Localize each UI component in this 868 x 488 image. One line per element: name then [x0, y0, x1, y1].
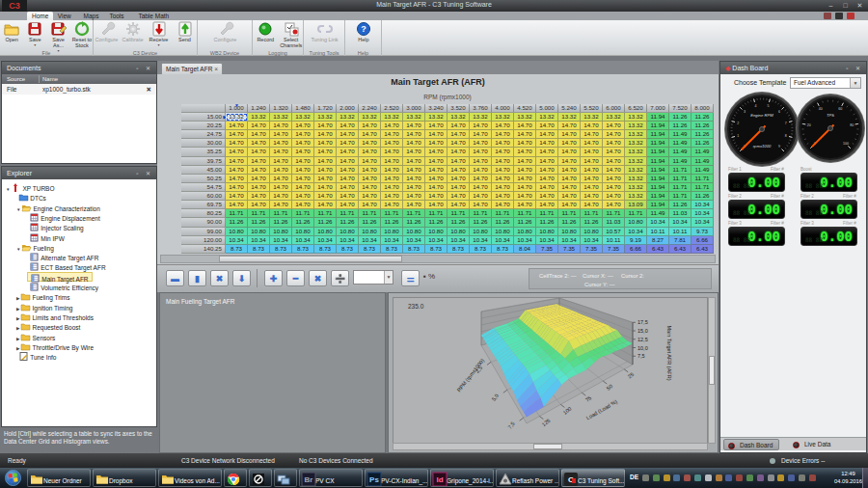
- toolbar-value-combo[interactable]: ▼: [353, 270, 393, 285]
- ribbon-tab-tools[interactable]: Tools: [104, 12, 128, 20]
- tray-icon[interactable]: [684, 474, 691, 481]
- tray-icon[interactable]: [725, 474, 732, 481]
- tree-item-xp-turbo[interactable]: ▼XP TURBO: [6, 182, 57, 192]
- table-cell[interactable]: 11.71: [359, 209, 381, 218]
- tray-icon[interactable]: [664, 474, 670, 481]
- table-cell[interactable]: 14.70: [514, 148, 536, 156]
- table-cell[interactable]: 11.71: [292, 209, 314, 218]
- table-cell[interactable]: 14.70: [536, 139, 558, 148]
- ribbon-tab-table-math[interactable]: Table Math: [133, 12, 174, 20]
- row-header[interactable]: 140.25: [181, 245, 226, 254]
- table-cell[interactable]: 11.71: [448, 209, 470, 218]
- table-cell[interactable]: 13.32: [536, 113, 558, 122]
- tree-item-tune-info[interactable]: Tune Info: [16, 351, 60, 361]
- minimize-button[interactable]: –: [825, 2, 837, 10]
- tree-item-alternate-target-afr[interactable]: Alternate Target AFR: [27, 252, 101, 261]
- table-cell[interactable]: 14.70: [470, 192, 492, 201]
- dashboard-tab-dash-board[interactable]: Dash Board: [723, 439, 779, 450]
- table-cell[interactable]: 14.70: [558, 175, 581, 183]
- table-cell[interactable]: 14.70: [470, 139, 492, 148]
- taskbar-item-network[interactable]: [274, 469, 297, 487]
- tray-icon[interactable]: [757, 474, 764, 481]
- ribbon-button-reset-to-stock[interactable]: Reset to Stock: [70, 21, 94, 49]
- table-cell[interactable]: 14.70: [226, 148, 248, 156]
- row-header[interactable]: 15.00▶: [181, 113, 226, 122]
- table-cell[interactable]: 11.26: [448, 218, 470, 227]
- tree-item-main-target-afr[interactable]: Main Target AFR: [27, 272, 93, 282]
- document-row[interactable]: Filexp1000_turbo.stk✕: [2, 84, 156, 95]
- table-cell[interactable]: 14.70: [603, 130, 625, 139]
- table-cell[interactable]: 14.70: [603, 122, 625, 130]
- table-cell[interactable]: 8.73: [381, 245, 403, 254]
- table-cell[interactable]: 10.34: [448, 236, 470, 245]
- table-cell[interactable]: 14.70: [248, 201, 270, 209]
- table-cell[interactable]: 11.71: [425, 209, 448, 218]
- table-cell[interactable]: 10.34: [536, 236, 558, 245]
- table-cell[interactable]: 14.70: [558, 192, 581, 201]
- table-cell[interactable]: 10.34: [337, 236, 359, 245]
- table-cell[interactable]: 8.73: [492, 245, 514, 254]
- table-cell[interactable]: 14.70: [403, 148, 425, 156]
- table-cell[interactable]: 14.70: [514, 201, 536, 209]
- table-cell[interactable]: 14.70: [425, 166, 448, 175]
- maximize-button[interactable]: □: [839, 2, 852, 10]
- table-cell[interactable]: 10.34: [425, 236, 448, 245]
- table-cell[interactable]: 8.73: [337, 245, 359, 254]
- toolbar-button-add[interactable]: ✚: [264, 270, 283, 286]
- scrollbar-thumb[interactable]: [219, 256, 402, 262]
- table-cell[interactable]: 11.71: [337, 209, 359, 218]
- table-cell[interactable]: 13.32: [448, 113, 470, 122]
- table-cell[interactable]: 11.03: [603, 218, 625, 227]
- table-cell[interactable]: 14.70: [603, 148, 625, 156]
- tray-icon[interactable]: [746, 474, 753, 481]
- table-cell[interactable]: 14.70: [381, 130, 403, 139]
- table-cell[interactable]: 14.70: [470, 166, 492, 175]
- table-cell[interactable]: 14.70: [359, 175, 381, 183]
- taskbar-item-pv-cx-indian-[interactable]: PsPV-CX-Indian_...: [365, 469, 428, 487]
- table-cell[interactable]: 14.70: [226, 175, 248, 183]
- table-cell[interactable]: 13.32: [425, 113, 448, 122]
- table-cell[interactable]: 14.70: [270, 148, 292, 156]
- combo-arrow-icon[interactable]: ▼: [384, 271, 393, 284]
- table-cell[interactable]: 11.94: [647, 175, 669, 183]
- toolbar-button-interp-horizontal[interactable]: ▬: [166, 270, 184, 286]
- table-cell[interactable]: 11.26: [692, 130, 714, 139]
- table-cell[interactable]: 14.70: [226, 130, 248, 139]
- table-cell[interactable]: 10.34: [403, 236, 425, 245]
- table-cell[interactable]: 8.73: [403, 245, 425, 254]
- table-cell[interactable]: 14.70: [514, 166, 536, 175]
- table-cell[interactable]: 14.70: [337, 148, 359, 156]
- tree-item-engine-displacement[interactable]: Engine Displacement: [27, 212, 103, 222]
- table-cell[interactable]: 10.34: [669, 218, 692, 227]
- table-cell[interactable]: 14.70: [448, 175, 470, 183]
- table-cell[interactable]: 11.71: [669, 175, 692, 183]
- table-cell[interactable]: 8.73: [270, 245, 292, 254]
- col-header[interactable]: 3.240: [425, 104, 448, 113]
- table-cell[interactable]: 14.70: [403, 157, 425, 166]
- table-cell[interactable]: 14.70: [448, 183, 470, 192]
- table-cell[interactable]: 11.26: [270, 218, 292, 227]
- table-cell[interactable]: 11.94: [647, 139, 669, 148]
- table-cell[interactable]: 11.26: [248, 218, 270, 227]
- col-header[interactable]: 4.000: [492, 104, 514, 113]
- table-cell[interactable]: 14.70: [425, 122, 448, 130]
- table-cell[interactable]: 14.70: [581, 122, 603, 130]
- table-cell[interactable]: 11.49: [647, 209, 669, 218]
- table-cell[interactable]: 14.70: [470, 130, 492, 139]
- table-cell[interactable]: 10.34: [359, 236, 381, 245]
- table-cell[interactable]: 14.70: [558, 183, 581, 192]
- table-cell[interactable]: 10.80: [292, 228, 314, 236]
- table-cell[interactable]: 11.94: [647, 157, 669, 166]
- start-button[interactable]: [5, 470, 21, 486]
- col-header[interactable]: 5.520: [581, 104, 603, 113]
- col-header[interactable]: 2.520: [381, 104, 403, 113]
- table-cell[interactable]: 11.94: [647, 122, 669, 130]
- table-cell[interactable]: 14.70: [603, 201, 625, 209]
- table-cell[interactable]: 14.70: [314, 192, 337, 201]
- table-cell[interactable]: 13.32: [314, 113, 337, 122]
- table-cell[interactable]: 7.35: [603, 245, 625, 254]
- table-cell[interactable]: 10.57: [603, 228, 625, 236]
- selected-cell[interactable]: 13.32: [226, 113, 248, 122]
- collapsed-arrow-icon[interactable]: ▶: [16, 316, 19, 321]
- table-cell[interactable]: 14.70: [248, 122, 270, 130]
